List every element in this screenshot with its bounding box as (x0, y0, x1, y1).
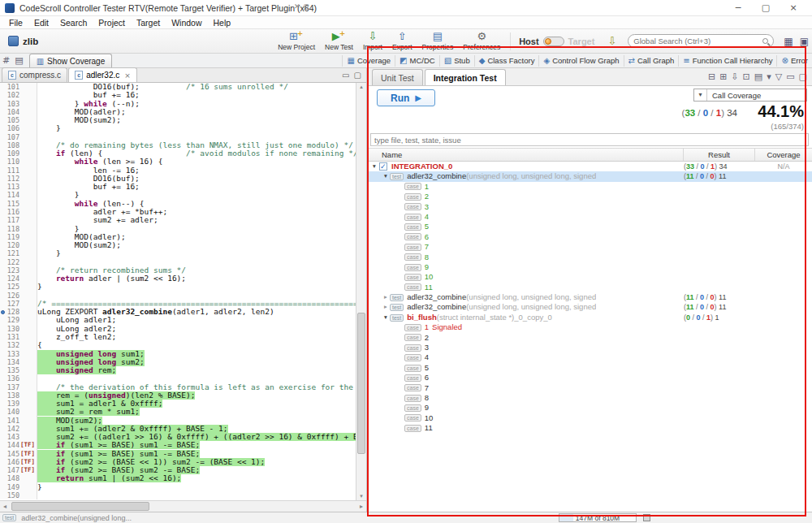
case-row[interactable]: case4 (367, 352, 812, 362)
menu-edit[interactable]: Edit (28, 18, 54, 28)
host-target-toggle[interactable]: Host Target (510, 32, 603, 50)
control-flow-graph-button[interactable]: ◈Control Flow Graph (538, 55, 623, 67)
scroll-left-icon[interactable]: ◂ (0, 501, 10, 512)
case-row[interactable]: case6 (367, 373, 812, 383)
expander-icon[interactable]: ▾ (370, 162, 378, 171)
views-stack-icon[interactable]: ▤ (12, 55, 25, 66)
show-coverage-tab[interactable]: ▥ Show Coverage (29, 54, 113, 67)
case-row[interactable]: case9 (367, 262, 812, 272)
case-row[interactable]: case5 (367, 222, 812, 231)
garbage-collect-icon[interactable] (643, 514, 650, 522)
call-graph-button[interactable]: ⇄Call Graph (624, 55, 679, 67)
case-row[interactable]: case10 (367, 413, 812, 423)
menu-window[interactable]: Window (166, 18, 207, 28)
menu-help[interactable]: Help (208, 18, 237, 28)
outline-icon[interactable]: # (0, 55, 12, 66)
tab-integration-test[interactable]: Integration Test (425, 69, 506, 85)
column-header-result[interactable]: Result (684, 149, 755, 161)
tab-unit-test[interactable]: Unit Test (372, 69, 423, 85)
case-row[interactable]: case3 (367, 343, 812, 352)
case-row[interactable]: case3 (367, 202, 812, 212)
report-icon[interactable]: ▤ (754, 71, 762, 82)
preferences-button[interactable]: ⚙Preferences (458, 31, 505, 51)
coverage-type-combo[interactable]: ▾ Call Coverage (693, 89, 807, 102)
case-row[interactable]: case4 (367, 212, 812, 222)
minimize-editor-icon[interactable]: ▭ (342, 71, 349, 80)
maximize-button[interactable]: ▢ (752, 0, 780, 16)
expander-icon[interactable]: ▾ (382, 313, 390, 322)
case-row[interactable]: case7 (367, 242, 812, 252)
error-button[interactable]: ⊗Error (776, 55, 812, 67)
expander-icon[interactable]: ▸ (382, 292, 390, 302)
scroll-to-last-icon[interactable]: ⇩ (731, 71, 738, 82)
minimize-button[interactable]: ─ (724, 0, 752, 16)
editor-vscrollbar[interactable]: ▴ ▾ (356, 83, 366, 500)
test-row[interactable]: ▸testadler32_combine(unsigned long, unsi… (367, 302, 812, 312)
open-perspective-icon[interactable]: ▦ (780, 36, 796, 47)
maximize-view-icon[interactable]: ▢ (799, 71, 807, 82)
expander-icon[interactable]: ▾ (382, 171, 390, 181)
collapse-all-icon[interactable]: ⊟ (708, 71, 715, 82)
maximize-editor-icon[interactable]: ▢ (354, 71, 361, 80)
new-test-button[interactable]: ▶New Test (320, 31, 358, 51)
column-header-name[interactable]: Name (367, 149, 684, 161)
filter-input[interactable] (374, 136, 805, 145)
menu-target[interactable]: Target (131, 18, 166, 28)
expander-icon[interactable]: ▸ (382, 302, 390, 312)
coverage-button[interactable]: ▦Coverage (342, 55, 395, 67)
code-area[interactable]: 101 DO16(buf); /* 16 sums unrolled */102… (0, 83, 356, 500)
case-row[interactable]: case10 (367, 272, 812, 282)
menu-search[interactable]: Search (54, 18, 93, 28)
scroll-down-icon[interactable]: ▾ (356, 493, 366, 499)
search-icon[interactable] (762, 38, 768, 44)
test-row[interactable]: ▸testadler32_combine(unsigned long, unsi… (367, 292, 812, 302)
test-row[interactable]: ▾testadler32_combine(unsigned long, unsi… (367, 171, 812, 181)
toggle-switch[interactable] (543, 37, 564, 46)
run-button[interactable]: Run ▶ (377, 89, 435, 106)
case-row[interactable]: case11 (367, 423, 812, 433)
mcdc-button[interactable]: ◩MC/DC (395, 55, 439, 67)
filter-dropdown-icon[interactable]: ▾ (767, 71, 771, 82)
editor-hscrollbar[interactable]: ◂ ▸ (0, 500, 366, 512)
scroll-right-icon[interactable]: ▸ (356, 501, 366, 512)
search-input[interactable] (633, 37, 762, 45)
editor-tab-adler32-c[interactable]: cadler32.c× (68, 67, 137, 82)
case-row[interactable]: case2 (367, 333, 812, 343)
new-test-icon[interactable]: ⊡ (743, 71, 750, 82)
case-row[interactable]: case11 (367, 283, 812, 292)
suite-row[interactable]: ▾INTEGRATION_0(33 / 0 / 1) 34N/A (367, 162, 812, 171)
new-project-button[interactable]: ⊞New Project (273, 31, 320, 51)
class-factory-button[interactable]: ◆Class Factory (474, 55, 539, 67)
heap-status[interactable]: 147M of 810M (559, 513, 637, 522)
case-row[interactable]: case8 (367, 393, 812, 403)
export-button[interactable]: ⇧Export (387, 31, 417, 51)
case-row[interactable]: case8 (367, 253, 812, 262)
case-row[interactable]: case2 (367, 192, 812, 201)
stub-button[interactable]: ▧Stub (439, 55, 474, 67)
case-row[interactable]: case6 (367, 232, 812, 242)
editor-body[interactable]: 101 DO16(buf); /* 16 sums unrolled */102… (0, 83, 366, 500)
project-selector[interactable]: zlib (0, 36, 46, 46)
vscroll-thumb[interactable] (357, 313, 365, 455)
close-tab-icon[interactable]: × (124, 71, 131, 80)
column-header-coverage[interactable]: Coverage (755, 149, 812, 161)
case-row[interactable]: case1Signaled (367, 322, 812, 332)
perspective-icon[interactable]: ▣ (797, 36, 812, 47)
test-row[interactable]: ▾testbi_flush(struct internal_state *)_0… (367, 313, 812, 322)
properties-button[interactable]: ▤Properties (417, 31, 459, 51)
target-download-icon[interactable]: ⇩ (603, 35, 621, 47)
combo-dropdown-icon[interactable]: ▾ (694, 89, 707, 101)
case-row[interactable]: case5 (367, 363, 812, 373)
import-button[interactable]: ⇩Import (358, 31, 387, 51)
case-row[interactable]: case9 (367, 403, 812, 413)
menu-file[interactable]: File (3, 18, 28, 28)
view-menu-icon[interactable]: ▽ (775, 71, 782, 82)
editor-tab-compress-c[interactable]: ccompress.c (2, 67, 67, 82)
case-row[interactable]: case7 (367, 383, 812, 393)
hscroll-thumb[interactable] (11, 502, 149, 511)
function-call-hierarchy-button[interactable]: ≡Function Call Hierarchy (678, 55, 776, 67)
scroll-up-icon[interactable]: ▴ (356, 84, 366, 90)
case-row[interactable]: case1 (367, 182, 812, 192)
checkbox[interactable] (379, 162, 387, 171)
expand-all-icon[interactable]: ⊞ (719, 71, 727, 82)
